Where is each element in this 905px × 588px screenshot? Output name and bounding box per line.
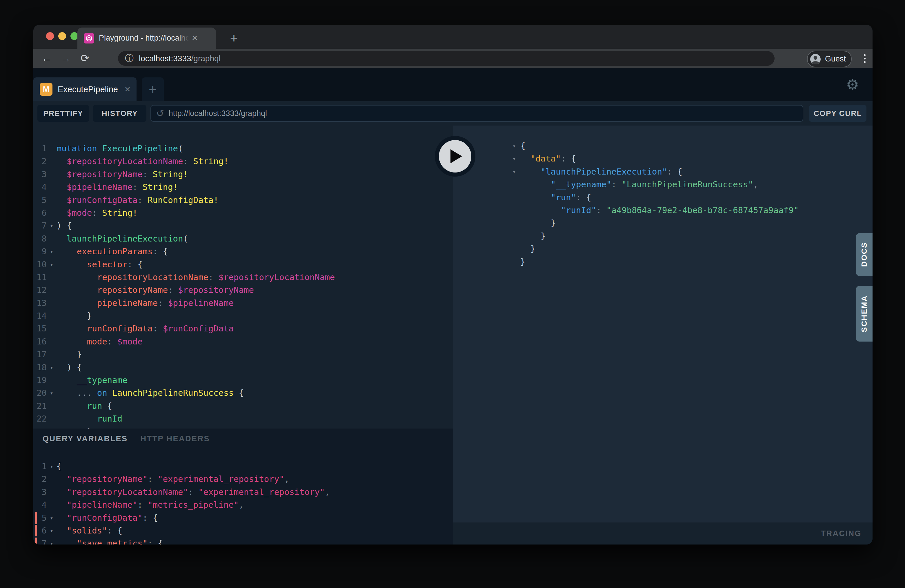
fold-arrow-icon[interactable]: ▾ <box>513 165 520 178</box>
change-marker <box>35 525 37 536</box>
playground-toolbar: PRETTIFY HISTORY ↺ http://localhost:3333… <box>33 101 873 126</box>
code-line: 1mutation ExecutePipeline( <box>33 142 453 155</box>
url-bar[interactable]: ⓘ localhost:3333 /graphql <box>118 51 775 66</box>
schema-side-tab[interactable]: SCHEMA <box>856 286 873 342</box>
fold-arrow-icon[interactable]: ▾ <box>47 537 57 545</box>
tracing-bar[interactable]: TRACING <box>453 523 873 545</box>
tab-query-variables[interactable]: QUERY VARIABLES <box>43 434 128 443</box>
code-line: 6 $mode: String! <box>33 207 453 219</box>
code-line: 1▾{ <box>33 460 453 473</box>
execute-query-button[interactable] <box>435 136 475 176</box>
tracing-label: TRACING <box>821 529 862 538</box>
close-window-button[interactable] <box>46 32 54 40</box>
graphql-playground: M ExecutePipeline ✕ + ⚙ PRETTIFY HISTORY… <box>33 68 873 545</box>
graphql-playground-favicon-icon <box>84 33 94 43</box>
profile-label: Guest <box>825 54 846 64</box>
forward-icon[interactable]: → <box>58 49 74 68</box>
zoom-window-button[interactable] <box>70 32 78 40</box>
browser-tab[interactable]: Playground - http://localhost:3 ✕ <box>78 27 216 49</box>
endpoint-reload-icon[interactable]: ↺ <box>156 108 164 119</box>
code-line: 4 "pipelineName": "metrics_pipeline", <box>33 498 453 511</box>
fold-arrow-icon[interactable]: ▾ <box>47 512 57 524</box>
code-line: 21 run { <box>33 399 453 412</box>
code-line: 9▾ executionParams: { <box>33 245 453 258</box>
minimize-window-button[interactable] <box>58 32 66 40</box>
code-line: ▾ "data": { <box>453 152 873 165</box>
code-line: } <box>453 242 873 255</box>
code-line: } <box>453 256 873 268</box>
docs-side-tab-label: DOCS <box>860 242 869 267</box>
browser-tab-close-icon[interactable]: ✕ <box>192 33 198 43</box>
fold-arrow-icon[interactable]: ▾ <box>47 386 57 399</box>
code-line: 11 repositoryLocationName: $repositoryLo… <box>33 271 453 284</box>
code-line: 14 } <box>33 309 453 322</box>
code-line: 13 pipelineName: $pipelineName <box>33 297 453 309</box>
docs-side-tab[interactable]: DOCS <box>856 233 873 276</box>
query-editor-pane[interactable]: 1mutation ExecutePipeline(2 $repositoryL… <box>33 126 453 429</box>
play-icon <box>451 149 462 163</box>
code-line: } <box>453 216 873 229</box>
query-editor-code[interactable]: 1mutation ExecutePipeline(2 $repositoryL… <box>33 126 453 429</box>
code-line: "__typename": "LaunchPipelineRunSuccess"… <box>453 178 873 191</box>
back-icon[interactable]: ← <box>38 49 55 68</box>
code-line: 23 } <box>33 425 453 429</box>
change-marker <box>35 537 37 545</box>
browser-window: Playground - http://localhost:3 ✕ + ← → … <box>33 25 873 545</box>
code-line: 5 $runConfigData: RunConfigData! <box>33 194 453 207</box>
history-button[interactable]: HISTORY <box>93 105 146 122</box>
prettify-button[interactable]: PRETTIFY <box>37 105 89 122</box>
fold-arrow-icon[interactable]: ▾ <box>47 460 57 473</box>
fold-arrow-icon[interactable]: ▾ <box>47 361 57 374</box>
session-tab-close-icon[interactable]: ✕ <box>124 85 131 94</box>
copy-curl-button[interactable]: COPY CURL <box>809 105 867 122</box>
query-variables-pane[interactable]: QUERY VARIABLES HTTP HEADERS 1▾{2 "repos… <box>33 429 453 545</box>
response-pane: ▾{▾ "data": {▾ "launchPipelineExecution"… <box>453 126 873 545</box>
settings-gear-icon[interactable]: ⚙ <box>844 76 861 93</box>
new-tab-button[interactable]: + <box>225 29 243 47</box>
change-marker <box>35 512 37 524</box>
variables-editor-code[interactable]: 1▾{2 "repositoryName": "experimental_rep… <box>33 429 453 545</box>
mutation-badge: M <box>40 83 52 96</box>
code-line: 7▾ "save_metrics": { <box>33 537 453 545</box>
fold-arrow-icon[interactable]: ▾ <box>513 140 520 152</box>
code-line: "runId": "a49b864a-79e2-4be8-b78c-687457… <box>453 204 873 216</box>
code-line: 3 $repositoryName: String! <box>33 168 453 181</box>
new-session-button[interactable]: + <box>142 78 164 101</box>
url-path: /graphql <box>191 54 221 63</box>
code-line: 17 } <box>33 348 453 361</box>
tab-http-headers[interactable]: HTTP HEADERS <box>141 434 210 443</box>
browser-menu-icon[interactable] <box>858 52 871 65</box>
fold-arrow-icon[interactable]: ▾ <box>47 258 57 271</box>
variables-tabs: QUERY VARIABLES HTTP HEADERS <box>43 434 210 443</box>
profile-button[interactable]: Guest <box>807 51 852 67</box>
url-host: localhost:3333 <box>139 54 191 63</box>
code-line: 5▾ "runConfigData": { <box>33 512 453 524</box>
site-info-icon[interactable]: ⓘ <box>125 52 133 64</box>
code-line: 2 $repositoryLocationName: String! <box>33 155 453 168</box>
code-line: 15 runConfigData: $runConfigData <box>33 322 453 335</box>
code-line: 3 "repositoryLocationName": "experimenta… <box>33 486 453 498</box>
schema-side-tab-label: SCHEMA <box>860 295 869 332</box>
screenshot-stage: Playground - http://localhost:3 ✕ + ← → … <box>0 0 905 588</box>
code-line: 2 "repositoryName": "experimental_reposi… <box>33 473 453 485</box>
fold-arrow-icon[interactable]: ▾ <box>47 219 57 232</box>
browser-titlebar: Playground - http://localhost:3 ✕ + <box>33 25 873 49</box>
code-line: 8 launchPipelineExecution( <box>33 232 453 245</box>
code-line: 18▾ ) { <box>33 361 453 374</box>
fold-arrow-icon[interactable]: ▾ <box>47 245 57 258</box>
code-line: 12 repositoryName: $repositoryName <box>33 284 453 296</box>
code-line: 22 runId <box>33 412 453 425</box>
fold-arrow-icon[interactable]: ▾ <box>513 152 520 165</box>
reload-icon[interactable]: ⟳ <box>77 49 93 68</box>
browser-tab-title: Playground - http://localhost:3 <box>99 33 189 43</box>
endpoint-input[interactable]: ↺ http://localhost:3333/graphql <box>151 105 803 122</box>
code-line: 10▾ selector: { <box>33 258 453 271</box>
code-line: "run": { <box>453 191 873 204</box>
code-line: 19 __typename <box>33 374 453 386</box>
session-tab-executepipeline[interactable]: M ExecutePipeline ✕ <box>33 78 137 101</box>
code-line: 20▾ ... on LaunchPipelineRunSuccess { <box>33 386 453 399</box>
code-line: 7▾) { <box>33 219 453 232</box>
fold-arrow-icon[interactable]: ▾ <box>47 524 57 537</box>
response-json: ▾{▾ "data": {▾ "launchPipelineExecution"… <box>453 126 873 268</box>
session-tab-title: ExecutePipeline <box>58 85 118 94</box>
